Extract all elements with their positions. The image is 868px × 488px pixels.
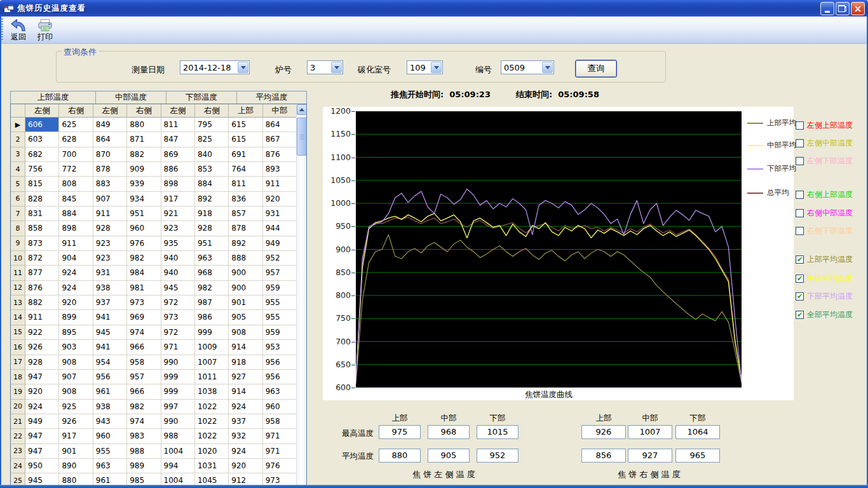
- curve-checkbox-9[interactable]: ✔下部平均温度: [796, 291, 853, 302]
- row-header[interactable]: 18: [11, 370, 25, 384]
- table-cell[interactable]: 873: [25, 236, 59, 251]
- table-cell[interactable]: 1031: [195, 459, 229, 473]
- table-cell[interactable]: 951: [195, 236, 229, 251]
- table-cell[interactable]: 945: [93, 325, 127, 340]
- table-cell[interactable]: 951: [127, 207, 161, 221]
- chamber-combobox[interactable]: 109: [407, 60, 443, 74]
- chamber-dropdown-button[interactable]: [431, 62, 442, 73]
- table-cell[interactable]: 909: [127, 162, 161, 177]
- table-cell[interactable]: 955: [263, 310, 297, 325]
- table-cell[interactable]: 999: [195, 325, 229, 340]
- table-cell[interactable]: 974: [127, 414, 161, 429]
- table-cell[interactable]: 870: [93, 147, 127, 162]
- table-cell[interactable]: 756: [25, 162, 59, 177]
- row-header[interactable]: 15: [11, 325, 25, 340]
- table-cell[interactable]: 924: [25, 400, 59, 414]
- table-cell[interactable]: 973: [161, 310, 195, 325]
- table-cell[interactable]: 994: [161, 459, 195, 473]
- table-cell[interactable]: 954: [93, 355, 127, 370]
- curve-checkbox-5[interactable]: 右侧中部温度: [796, 208, 853, 219]
- table-cell[interactable]: 815: [25, 177, 59, 191]
- curve-checkbox-8[interactable]: ✔中部平均温度: [796, 273, 853, 284]
- table-cell[interactable]: 853: [195, 162, 229, 177]
- curve-checkbox-4[interactable]: 右侧上部温度: [796, 189, 853, 200]
- table-cell[interactable]: 886: [161, 162, 195, 177]
- table-cell[interactable]: 935: [161, 236, 195, 251]
- table-cell[interactable]: 920: [59, 295, 93, 310]
- table-cell[interactable]: 924: [229, 444, 262, 459]
- table-cell[interactable]: 691: [229, 147, 262, 162]
- table-cell[interactable]: 941: [93, 340, 127, 355]
- table-cell[interactable]: 828: [25, 192, 59, 207]
- table-cell[interactable]: 931: [93, 266, 127, 280]
- table-column-3[interactable]: 左侧: [93, 104, 127, 118]
- query-button[interactable]: 查询: [575, 60, 617, 78]
- table-cell[interactable]: 892: [195, 192, 229, 207]
- table-cell[interactable]: 949: [263, 236, 297, 251]
- table-cell[interactable]: 1009: [195, 340, 229, 355]
- table-cell[interactable]: 920: [263, 192, 297, 207]
- curve-checkbox-7[interactable]: ✔上部平均温度: [796, 254, 853, 265]
- table-cell[interactable]: 944: [263, 221, 297, 236]
- row-header[interactable]: 9: [11, 236, 25, 251]
- row-header[interactable]: 21: [11, 414, 25, 429]
- table-cell[interactable]: 988: [161, 429, 195, 444]
- table-cell[interactable]: 905: [229, 310, 262, 325]
- table-cell[interactable]: 982: [127, 400, 161, 414]
- table-cell[interactable]: 999: [161, 370, 195, 384]
- table-cell[interactable]: 974: [127, 325, 161, 340]
- table-cell[interactable]: 1020: [195, 444, 229, 459]
- table-cell[interactable]: 963: [263, 384, 297, 399]
- table-cell[interactable]: 1022: [195, 414, 229, 429]
- table-cell[interactable]: 990: [161, 414, 195, 429]
- table-cell[interactable]: 972: [161, 295, 195, 310]
- table-cell[interactable]: 864: [263, 118, 297, 132]
- close-button[interactable]: ×: [851, 2, 865, 15]
- row-header[interactable]: 10: [11, 251, 25, 266]
- table-cell[interactable]: 966: [127, 384, 161, 399]
- row-header[interactable]: ▶: [11, 118, 25, 132]
- table-cell[interactable]: 615: [229, 118, 262, 132]
- table-cell[interactable]: 911: [25, 310, 59, 325]
- date-combobox[interactable]: 2014-12-18: [180, 60, 250, 74]
- table-cell[interactable]: 900: [229, 266, 262, 280]
- table-cell[interactable]: 901: [229, 295, 262, 310]
- table-cell[interactable]: 959: [263, 325, 297, 340]
- table-column-1[interactable]: 左侧: [25, 104, 59, 118]
- table-cell[interactable]: 990: [161, 355, 195, 370]
- table-cell[interactable]: 956: [93, 370, 127, 384]
- table-cell[interactable]: 987: [195, 295, 229, 310]
- table-cell[interactable]: 982: [195, 281, 229, 295]
- table-cell[interactable]: 615: [229, 132, 262, 147]
- table-cell[interactable]: 969: [127, 310, 161, 325]
- table-cell[interactable]: 884: [195, 177, 229, 191]
- table-cell[interactable]: 847: [161, 132, 195, 147]
- table-cell[interactable]: 907: [93, 192, 127, 207]
- restore-button[interactable]: [836, 2, 850, 15]
- table-column-2[interactable]: 右侧: [59, 104, 93, 118]
- table-column-8[interactable]: 中部: [263, 104, 297, 118]
- table-cell[interactable]: 926: [25, 340, 59, 355]
- serial-combobox[interactable]: 0509: [501, 60, 554, 74]
- table-cell[interactable]: 917: [161, 192, 195, 207]
- table-cell[interactable]: 901: [59, 444, 93, 459]
- table-column-7[interactable]: 上部: [229, 104, 262, 118]
- table-cell[interactable]: 958: [127, 355, 161, 370]
- table-cell[interactable]: 943: [93, 414, 127, 429]
- table-cell[interactable]: 867: [263, 132, 297, 147]
- unchecked-checkbox-icon[interactable]: [796, 191, 804, 199]
- table-cell[interactable]: 955: [263, 295, 297, 310]
- furnace-combobox[interactable]: 3: [307, 60, 343, 74]
- table-cell[interactable]: 973: [127, 295, 161, 310]
- table-cell[interactable]: 884: [59, 207, 93, 221]
- table-cell[interactable]: 914: [229, 340, 262, 355]
- row-header[interactable]: 17: [11, 355, 25, 370]
- table-cell[interactable]: 947: [25, 429, 59, 444]
- row-header[interactable]: 2: [11, 132, 25, 147]
- table-cell[interactable]: 968: [195, 266, 229, 280]
- table-cell[interactable]: 957: [263, 266, 297, 280]
- table-cell[interactable]: 898: [161, 177, 195, 191]
- table-cell[interactable]: 963: [195, 251, 229, 266]
- row-header[interactable]: 13: [11, 295, 25, 310]
- table-cell[interactable]: 845: [59, 192, 93, 207]
